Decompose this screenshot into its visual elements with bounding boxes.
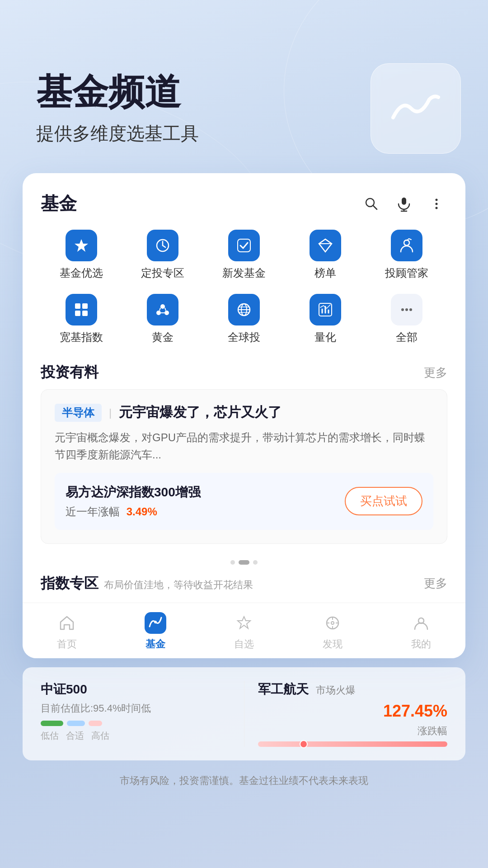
menu-row-2: 宽基指数 黄金: [23, 289, 465, 349]
dots-indicator: [23, 553, 465, 569]
index-card-zhongzheng500[interactable]: 中证500 目前估值比:95.4%时间低 低估 合适 高估: [41, 681, 230, 747]
svg-rect-19: [82, 303, 88, 309]
jungong-header: 军工航天 市场火爆: [258, 681, 448, 698]
svg-rect-21: [82, 311, 88, 316]
search-icon[interactable]: [361, 193, 382, 215]
disclaimer: 市场有风险，投资需谨慎。基金过往业绩不代表未来表现: [0, 760, 488, 806]
menu-label-lianghua: 量化: [314, 330, 336, 344]
menu-item-tougujia[interactable]: 投顾管家: [366, 225, 447, 285]
user-icon: [410, 612, 432, 634]
svg-marker-41: [238, 617, 250, 628]
svg-rect-20: [75, 311, 80, 316]
quant-icon: [310, 294, 341, 326]
person-advisor-icon: [391, 230, 422, 261]
hero-chart-icon: [371, 63, 461, 154]
menu-item-jijin-yoixuan[interactable]: 基金优选: [41, 225, 122, 285]
bar-group: [41, 721, 230, 726]
svg-rect-2: [402, 198, 406, 205]
bar-label-high: 高估: [91, 730, 109, 742]
menu-label-xinfajijin: 新发基金: [222, 266, 266, 280]
menu-item-all[interactable]: 全部: [366, 289, 447, 349]
menu-item-bangdan[interactable]: 榜单: [285, 225, 366, 285]
svg-marker-8: [75, 239, 88, 252]
watchlist-icon: [233, 612, 255, 634]
fund-rec-buy-btn[interactable]: 买点试试: [345, 487, 422, 515]
svg-point-37: [401, 308, 404, 311]
gold-icon: [147, 294, 178, 326]
bar-low: [41, 721, 63, 726]
diamond-icon: [310, 230, 341, 261]
nav-mine[interactable]: 我的: [377, 612, 465, 651]
svg-rect-12: [238, 239, 250, 252]
news-body: 元宇宙概念爆发，对GPU产品的需求提升，带动计算芯片的需求增长，同时蝶节四季度新…: [55, 429, 433, 464]
dot-1: [230, 560, 235, 565]
menu-item-kuanjizs[interactable]: 宽基指数: [41, 289, 122, 349]
menu-item-lianghua[interactable]: 量化: [285, 289, 366, 349]
nav-fund-label: 基金: [145, 637, 165, 651]
svg-point-38: [405, 308, 408, 311]
menu-icon[interactable]: [426, 193, 447, 215]
jungong-pct-label: 涨跌幅: [258, 724, 448, 738]
menu-label-jijin-yoixuan: 基金优选: [60, 266, 103, 280]
nav-home[interactable]: 首页: [23, 612, 111, 651]
hero-section: 基金频道 提供多维度选基工具: [0, 0, 488, 173]
menu-row-1: 基金优选 定投专区 新发基金: [23, 225, 465, 285]
svg-line-17: [409, 239, 411, 240]
menu-label-tougujia: 投顾管家: [385, 266, 428, 280]
voice-icon[interactable]: [393, 193, 415, 215]
fund-rec-card: 易方达沪深指数300增强 近一年涨幅 3.49% 买点试试: [55, 473, 433, 530]
nav-discover-label: 发现: [323, 637, 343, 651]
range-dot: [300, 740, 308, 748]
menu-label-huangjin: 黄金: [152, 330, 174, 344]
jungong-name: 军工航天: [258, 682, 309, 696]
menu-label-all: 全部: [396, 330, 418, 344]
menu-item-quanqiutou[interactable]: 全球投: [203, 289, 285, 349]
fund-active-icon: [145, 612, 166, 634]
index-more-btn[interactable]: 更多: [424, 576, 447, 591]
star-fund-icon: [66, 230, 97, 261]
svg-line-1: [373, 206, 377, 209]
nav-fund[interactable]: 基金: [111, 612, 200, 651]
fund-rec-return-label: 近一年涨幅: [66, 505, 120, 518]
home-icon: [56, 612, 78, 634]
more-icon: [391, 294, 422, 326]
svg-point-5: [436, 198, 438, 201]
range-bar: [258, 741, 448, 747]
dot-2: [239, 560, 249, 565]
menu-item-dingtou[interactable]: 定投专区: [122, 225, 203, 285]
svg-rect-18: [75, 303, 80, 309]
news-headline: 元宇宙爆发了，芯片又火了: [119, 403, 282, 422]
check-fund-icon: [228, 230, 260, 261]
grid-index-icon: [66, 294, 97, 326]
index-card-row: 中证500 目前估值比:95.4%时间低 低估 合适 高估 军工航天 市场火爆 …: [41, 681, 447, 747]
invest-more-btn[interactable]: 更多: [424, 365, 447, 381]
card-title: 基金: [41, 191, 77, 216]
news-tag: 半导体: [55, 404, 102, 422]
fund-rec-info: 易方达沪深指数300增强 近一年涨幅 3.49%: [66, 484, 345, 519]
bar-mid: [67, 721, 85, 726]
index-card-jungong[interactable]: 军工航天 市场火爆 127.45% 涨跌幅: [258, 681, 448, 747]
card-header: 基金: [23, 173, 465, 225]
menu-item-huangjin[interactable]: 黄金: [122, 289, 203, 349]
menu-item-xinfajijin[interactable]: 新发基金: [203, 225, 285, 285]
svg-point-7: [436, 207, 438, 209]
fund-rec-return-val: 3.49%: [127, 505, 157, 518]
card-actions: [361, 193, 447, 215]
fund-rec-return-row: 近一年涨幅 3.49%: [66, 505, 345, 519]
svg-point-23: [156, 311, 161, 315]
nav-watchlist[interactable]: 自选: [200, 612, 288, 651]
nav-discover[interactable]: 发现: [288, 612, 377, 651]
clock-icon: [147, 230, 178, 261]
svg-line-25: [160, 308, 160, 311]
news-separator: |: [109, 406, 112, 419]
svg-point-43: [331, 622, 334, 624]
bar-high: [89, 721, 102, 726]
svg-marker-13: [319, 239, 332, 252]
globe-icon: [228, 294, 260, 326]
svg-point-22: [160, 304, 165, 309]
news-card[interactable]: 半导体 | 元宇宙爆发了，芯片又火了 元宇宙概念爆发，对GPU产品的需求提升，带…: [41, 389, 447, 544]
zhongzheng500-name: 中证500: [41, 681, 230, 698]
jungong-pct: 127.45%: [258, 702, 448, 721]
svg-point-39: [409, 308, 412, 311]
svg-line-26: [165, 308, 166, 311]
